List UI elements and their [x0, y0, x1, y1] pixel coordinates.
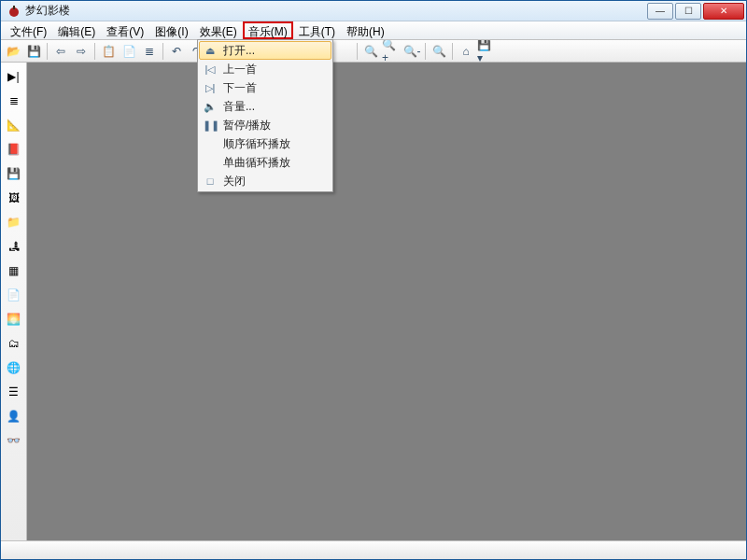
menu-help[interactable]: 帮助(H)	[341, 21, 390, 39]
left-book-button[interactable]: 📕	[6, 141, 22, 158]
tool-copy[interactable]: 📋	[98, 42, 119, 61]
separator	[357, 43, 358, 60]
tool-align[interactable]: ≣	[139, 42, 160, 61]
menu-image[interactable]: 图像(I)	[149, 21, 193, 39]
workspace	[27, 63, 746, 540]
left-collapse-button[interactable]: ▶|	[6, 68, 22, 85]
left-folder-button[interactable]: 📁	[6, 214, 22, 231]
left-globe-button[interactable]: 🌐	[6, 359, 22, 376]
left-face-button[interactable]: 👓	[6, 432, 22, 449]
music-close[interactable]: □ 关闭	[199, 172, 331, 190]
app-window: 梦幻影楼 — ☐ ✕ 文件(F) 编辑(E) 查看(V) 图像(I) 效果(E)…	[0, 0, 747, 560]
left-note-button[interactable]: 📄	[6, 287, 22, 303]
toolbar: 📂 💾 ⇦ ⇨ 📋 📄 ≣ ↶ ↷ 🔍 🔍+ 🔍- 🔍 ⌂ 💾▾	[1, 40, 746, 63]
left-picture-button[interactable]: 🖼	[6, 189, 22, 206]
menubar: 文件(F) 编辑(E) 查看(V) 图像(I) 效果(E) 音乐(M) 工具(T…	[1, 21, 746, 40]
svg-rect-1	[13, 6, 15, 9]
menu-view[interactable]: 查看(V)	[101, 21, 149, 39]
close-button[interactable]: ✕	[703, 3, 744, 20]
tool-zoom-out[interactable]: 🔍-	[402, 42, 422, 61]
tool-paste[interactable]: 📄	[119, 42, 139, 61]
app-body: ▶|≣📐📕💾🖼📁🏞▦📄🌅🗂🌐☰👤👓	[1, 63, 746, 540]
music-seq-loop[interactable]: 顺序循环播放	[199, 134, 331, 153]
tool-undo[interactable]: ↶	[166, 42, 187, 61]
music-volume-label: 音量...	[223, 99, 255, 115]
music-open-label: 打开...	[223, 43, 255, 59]
minimize-button[interactable]: —	[647, 3, 673, 20]
tool-save-as[interactable]: 💾▾	[476, 42, 497, 61]
tool-zoom[interactable]: 🔍	[360, 42, 381, 61]
music-dropdown: ⏏ 打开... |◁ 上一首 ▷| 下一首 🔈 音量... ❚❚ 暂停/播放 顺	[197, 39, 333, 192]
prev-track-icon: |◁	[203, 63, 218, 76]
tool-zoom-fit[interactable]: 🔍	[429, 42, 449, 61]
separator	[162, 43, 163, 60]
maximize-button[interactable]: ☐	[675, 3, 701, 20]
music-open[interactable]: ⏏ 打开...	[199, 41, 331, 60]
music-prev[interactable]: |◁ 上一首	[199, 60, 331, 78]
stop-icon: □	[203, 175, 218, 187]
music-next-label: 下一首	[223, 80, 257, 96]
separator	[47, 43, 48, 60]
eject-icon: ⏏	[203, 45, 218, 57]
statusbar	[1, 540, 746, 559]
left-purple-button[interactable]: ▦	[6, 262, 22, 279]
left-ruler-button[interactable]: 📐	[6, 117, 22, 133]
separator	[94, 43, 95, 60]
menu-edit[interactable]: 编辑(E)	[52, 21, 101, 39]
app-icon	[7, 4, 21, 19]
app-title: 梦幻影楼	[25, 3, 70, 19]
music-pause-play[interactable]: ❚❚ 暂停/播放	[199, 116, 331, 134]
music-pause-label: 暂停/播放	[223, 118, 271, 133]
tool-back[interactable]: ⇦	[50, 42, 71, 61]
music-single-loop[interactable]: 单曲循环播放	[199, 153, 331, 172]
pause-icon: ❚❚	[203, 119, 218, 132]
left-card-button[interactable]: 🗂	[6, 335, 22, 352]
left-list-button[interactable]: ≣	[6, 92, 22, 109]
music-volume[interactable]: 🔈 音量...	[199, 97, 331, 116]
music-next[interactable]: ▷| 下一首	[199, 78, 331, 97]
tool-zoom-in[interactable]: 🔍+	[381, 42, 402, 61]
left-person-button[interactable]: 👤	[6, 408, 22, 425]
tool-forward[interactable]: ⇨	[71, 42, 92, 61]
tool-save[interactable]: 💾	[23, 42, 44, 61]
titlebar: 梦幻影楼 — ☐ ✕	[1, 1, 746, 21]
menu-tool[interactable]: 工具(T)	[293, 21, 341, 39]
menu-effect[interactable]: 效果(E)	[194, 21, 243, 39]
music-single-label: 单曲循环播放	[223, 155, 290, 171]
volume-icon: 🔈	[203, 101, 218, 113]
next-track-icon: ▷|	[203, 82, 218, 94]
music-close-label: 关闭	[223, 174, 246, 189]
left-image-button[interactable]: 🏞	[6, 238, 22, 255]
tool-home[interactable]: ⌂	[456, 42, 476, 61]
music-prev-label: 上一首	[223, 62, 257, 77]
separator	[425, 43, 426, 60]
menu-music[interactable]: 音乐(M)	[243, 21, 293, 39]
separator	[452, 43, 453, 60]
left-stripes-button[interactable]: ☰	[6, 384, 22, 400]
tool-open[interactable]: 📂	[3, 42, 23, 61]
menu-file[interactable]: 文件(F)	[5, 21, 52, 39]
left-toolbar: ▶|≣📐📕💾🖼📁🏞▦📄🌅🗂🌐☰👤👓	[1, 63, 27, 540]
left-disk-button[interactable]: 💾	[6, 165, 22, 182]
music-seq-label: 顺序循环播放	[223, 136, 290, 152]
left-sunset-button[interactable]: 🌅	[6, 311, 22, 328]
